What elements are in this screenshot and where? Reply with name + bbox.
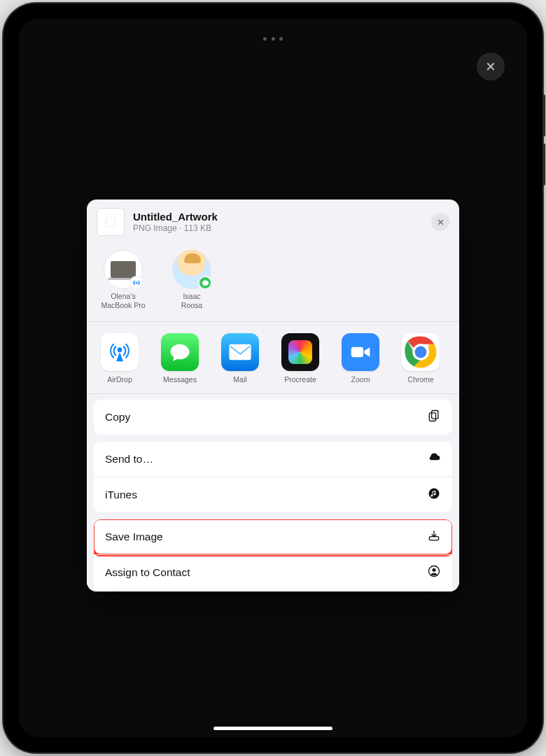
app-airdrop[interactable]: AirDrop bbox=[98, 333, 141, 384]
itunes-icon bbox=[427, 486, 441, 503]
ipad-frame: Untitled_Artwork PNG Image · 113 KB Olen… bbox=[4, 4, 542, 752]
volume-down-button[interactable] bbox=[542, 144, 545, 186]
macbook-icon bbox=[111, 261, 136, 278]
action-print[interactable]: Print bbox=[94, 590, 452, 592]
app-zoom[interactable]: Zoom bbox=[339, 333, 382, 384]
file-thumbnail bbox=[97, 208, 125, 236]
contact-label: IsaacRoosa bbox=[181, 292, 202, 310]
app-label: AirDrop bbox=[107, 375, 132, 384]
action-send-to[interactable]: Send to… bbox=[94, 442, 452, 477]
svg-rect-11 bbox=[429, 537, 438, 540]
app-mail[interactable]: Mail bbox=[218, 333, 262, 384]
action-label: iTunes bbox=[105, 489, 137, 501]
volume-up-button[interactable] bbox=[542, 94, 545, 136]
cloud-icon bbox=[427, 451, 441, 468]
messages-icon bbox=[161, 333, 199, 371]
mail-icon bbox=[221, 333, 259, 371]
avatar bbox=[172, 250, 211, 289]
share-sheet: Untitled_Artwork PNG Image · 113 KB Olen… bbox=[87, 200, 459, 592]
action-assign-to-contact[interactable]: Assign to Contact bbox=[94, 554, 452, 590]
contact-icon bbox=[427, 564, 441, 581]
action-itunes[interactable]: iTunes bbox=[94, 477, 452, 512]
svg-point-1 bbox=[118, 348, 122, 353]
file-info: Untitled_Artwork PNG Image · 113 KB bbox=[133, 211, 423, 233]
home-indicator[interactable] bbox=[214, 727, 332, 730]
actions-list: Copy Send to… iTunes bbox=[87, 394, 459, 592]
app-label: Mail bbox=[233, 375, 246, 384]
messages-badge-icon bbox=[198, 276, 212, 290]
svg-point-0 bbox=[136, 282, 138, 284]
close-icon bbox=[437, 218, 444, 226]
copy-icon bbox=[427, 409, 441, 426]
svg-rect-8 bbox=[432, 411, 438, 419]
svg-rect-9 bbox=[429, 413, 435, 421]
action-save-image[interactable]: Save Image bbox=[94, 519, 452, 554]
file-name: Untitled_Artwork bbox=[133, 211, 423, 223]
zoom-icon bbox=[342, 333, 379, 371]
multitask-indicator[interactable] bbox=[263, 37, 283, 41]
airdrop-target-macbook[interactable]: Olena'sMacBook Pro bbox=[98, 250, 148, 310]
messages-contact[interactable]: IsaacRoosa bbox=[167, 250, 217, 310]
chrome-icon bbox=[402, 333, 440, 371]
app-label: Procreate bbox=[284, 375, 316, 384]
screen: Untitled_Artwork PNG Image · 113 KB Olen… bbox=[19, 19, 527, 737]
contact-label: Olena'sMacBook Pro bbox=[101, 292, 145, 310]
action-label: Send to… bbox=[105, 453, 153, 465]
action-label: Copy bbox=[105, 411, 130, 424]
share-sheet-close-button[interactable] bbox=[431, 213, 449, 231]
file-subtitle: PNG Image · 113 KB bbox=[133, 223, 423, 233]
close-icon bbox=[485, 61, 496, 72]
procreate-icon bbox=[281, 333, 319, 371]
app-messages[interactable]: Messages bbox=[158, 333, 202, 384]
share-sheet-header: Untitled_Artwork PNG Image · 113 KB bbox=[87, 200, 459, 246]
airdrop-contacts-row: Olena'sMacBook Pro IsaacRoosa bbox=[87, 246, 459, 322]
airdrop-icon bbox=[101, 333, 139, 371]
app-label: Zoom bbox=[351, 375, 370, 384]
action-label: Assign to Contact bbox=[105, 566, 190, 579]
close-button[interactable] bbox=[477, 52, 505, 80]
app-label: Messages bbox=[163, 375, 197, 384]
airdrop-badge-icon bbox=[130, 276, 144, 290]
action-copy[interactable]: Copy bbox=[94, 400, 452, 435]
app-procreate[interactable]: Procreate bbox=[279, 333, 322, 384]
app-label: Chrome bbox=[407, 375, 433, 384]
app-chrome[interactable]: Chrome bbox=[399, 333, 442, 384]
app-share-row[interactable]: AirDrop Messages Mail Procreate bbox=[87, 322, 459, 394]
avatar bbox=[104, 250, 143, 289]
download-icon bbox=[427, 528, 441, 545]
svg-rect-2 bbox=[229, 344, 251, 360]
action-label: Save Image bbox=[105, 531, 163, 543]
svg-rect-3 bbox=[351, 347, 363, 358]
svg-point-13 bbox=[433, 568, 436, 572]
